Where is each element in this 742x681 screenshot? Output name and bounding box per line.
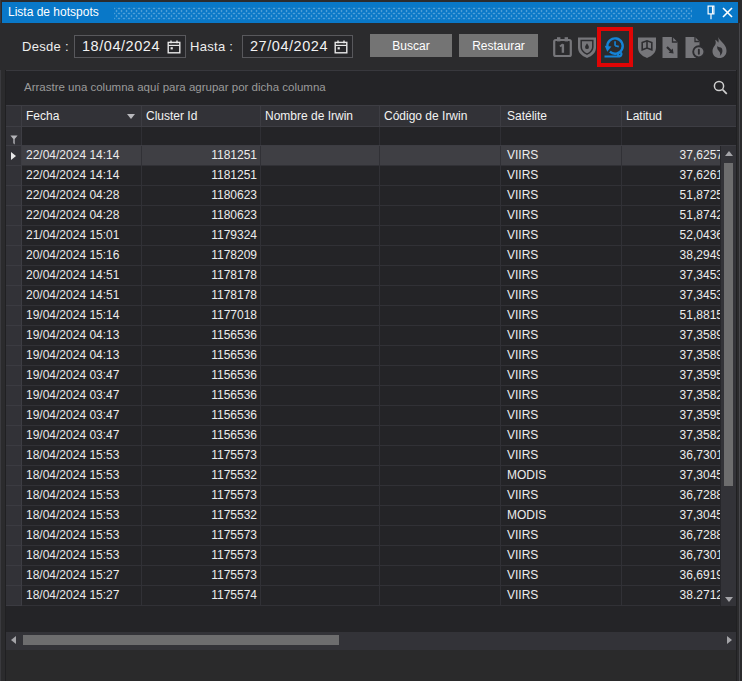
cell-codigo[interactable] [380, 406, 501, 426]
cell-latitud[interactable]: 37,3582 [622, 426, 721, 446]
shield-map-icon[interactable] [635, 35, 659, 59]
cell-satelite[interactable]: VIIRS [501, 226, 622, 246]
cell-satelite[interactable]: VIIRS [501, 206, 622, 226]
cell-latitud[interactable]: 37,6261 [622, 166, 721, 186]
grid-row[interactable]: 18/04/2024 15:531175532MODIS37,3045 [6, 506, 736, 526]
cell-fecha[interactable]: 18/04/2024 15:53 [22, 466, 142, 486]
cell-satelite[interactable]: VIIRS [501, 186, 622, 206]
flame-icon[interactable] [707, 35, 731, 59]
cell-codigo[interactable] [380, 506, 501, 526]
grid-row[interactable]: 22/04/2024 14:141181251VIIRS37,6261 [6, 166, 736, 186]
shield-drop-icon[interactable] [575, 35, 599, 59]
cell-cluster-id[interactable]: 1178178 [142, 266, 261, 286]
column-header-sat-lite[interactable]: Satélite [501, 106, 622, 126]
cell-satelite[interactable]: VIIRS [501, 566, 622, 586]
grid-row[interactable]: 18/04/2024 15:531175573VIIRS36,7301 [6, 446, 736, 466]
cell-cluster-id[interactable]: 1180623 [142, 206, 261, 226]
cell-cluster-id[interactable]: 1156536 [142, 366, 261, 386]
cell-fecha[interactable]: 18/04/2024 15:53 [22, 506, 142, 526]
scroll-right-icon[interactable] [722, 632, 736, 647]
grid-row[interactable]: 19/04/2024 15:141177018VIIRS51,8815 [6, 306, 736, 326]
horizontal-scrollbar-thumb[interactable] [23, 635, 339, 645]
cell-codigo[interactable] [380, 546, 501, 566]
cell-nombre[interactable] [261, 446, 380, 466]
cell-fecha[interactable]: 18/04/2024 15:53 [22, 486, 142, 506]
cell-nombre[interactable] [261, 566, 380, 586]
cell-latitud[interactable]: 37,3595 [622, 366, 721, 386]
cell-satelite[interactable]: VIIRS [501, 366, 622, 386]
cell-latitud[interactable]: 36,7301 [622, 446, 721, 466]
cell-latitud[interactable]: 36,7288 [622, 526, 721, 546]
cell-nombre[interactable] [261, 386, 380, 406]
calendar-icon[interactable] [334, 40, 348, 58]
cell-cluster-id[interactable]: 1175532 [142, 466, 261, 486]
cell-codigo[interactable] [380, 266, 501, 286]
cell-latitud[interactable]: 36,7301 [622, 546, 721, 566]
cell-satelite[interactable]: VIIRS [501, 526, 622, 546]
cell-satelite[interactable]: VIIRS [501, 386, 622, 406]
cell-codigo[interactable] [380, 166, 501, 186]
cell-nombre[interactable] [261, 486, 380, 506]
cell-latitud[interactable]: 38,2949 [622, 246, 721, 266]
search-icon[interactable] [712, 79, 729, 96]
cell-nombre[interactable] [261, 466, 380, 486]
cell-latitud[interactable]: 37,3595 [622, 406, 721, 426]
buscar-button[interactable]: Buscar [370, 34, 452, 57]
cell-codigo[interactable] [380, 306, 501, 326]
cell-codigo[interactable] [380, 146, 501, 166]
cell-latitud[interactable]: 37,3589 [622, 346, 721, 366]
grid-row[interactable]: 19/04/2024 03:471156536VIIRS37,3582 [6, 386, 736, 406]
cell-codigo[interactable] [380, 246, 501, 266]
cell-latitud[interactable]: 37,6257 [622, 146, 721, 166]
cell-latitud[interactable]: 37,3045 [622, 466, 721, 486]
cell-fecha[interactable]: 20/04/2024 14:51 [22, 286, 142, 306]
cell-cluster-id[interactable]: 1156536 [142, 326, 261, 346]
cell-latitud[interactable]: 52,0436 [622, 226, 721, 246]
grid-row[interactable]: 20/04/2024 14:511178178VIIRS37,3453 [6, 266, 736, 286]
cell-cluster-id[interactable]: 1181251 [142, 146, 261, 166]
grid-row[interactable]: 18/04/2024 15:531175573VIIRS36,7301 [6, 546, 736, 566]
column-header-c-digo-de-irwin[interactable]: Código de Irwin [380, 106, 501, 126]
cell-fecha[interactable]: 20/04/2024 15:16 [22, 246, 142, 266]
cell-cluster-id[interactable]: 1179324 [142, 226, 261, 246]
cell-latitud[interactable]: 38.2712 [622, 586, 721, 606]
cell-fecha[interactable]: 18/04/2024 15:53 [22, 546, 142, 566]
grid-row[interactable]: 20/04/2024 15:161178209VIIRS38,2949 [6, 246, 736, 266]
cell-cluster-id[interactable]: 1178178 [142, 286, 261, 306]
cell-latitud[interactable]: 51,8815 [622, 306, 721, 326]
grid-row[interactable]: 18/04/2024 15:531175573VIIRS36,7288 [6, 486, 736, 506]
cell-nombre[interactable] [261, 326, 380, 346]
cell-nombre[interactable] [261, 586, 380, 606]
restaurar-button[interactable]: Restaurar [459, 34, 538, 57]
filter-cell[interactable] [380, 127, 501, 145]
cell-satelite[interactable]: VIIRS [501, 166, 622, 186]
grid-row[interactable]: 18/04/2024 15:531175532MODIS37,3045 [6, 466, 736, 486]
cell-fecha[interactable]: 19/04/2024 04:13 [22, 326, 142, 346]
cell-latitud[interactable]: 37,3453 [622, 286, 721, 306]
cell-satelite[interactable]: VIIRS [501, 346, 622, 366]
cell-codigo[interactable] [380, 326, 501, 346]
cell-nombre[interactable] [261, 206, 380, 226]
cell-fecha[interactable]: 18/04/2024 15:53 [22, 446, 142, 466]
filter-cell[interactable] [261, 127, 380, 145]
cell-nombre[interactable] [261, 506, 380, 526]
cell-codigo[interactable] [380, 526, 501, 546]
cell-fecha[interactable]: 19/04/2024 15:14 [22, 306, 142, 326]
cell-latitud[interactable]: 51,8742 [622, 206, 721, 226]
cell-cluster-id[interactable]: 1175573 [142, 566, 261, 586]
cell-satelite[interactable]: VIIRS [501, 546, 622, 566]
cell-satelite[interactable]: VIIRS [501, 406, 622, 426]
cell-codigo[interactable] [380, 346, 501, 366]
cell-cluster-id[interactable]: 1156536 [142, 426, 261, 446]
cell-codigo[interactable] [380, 226, 501, 246]
grid-row[interactable]: 19/04/2024 04:131156536VIIRS37,3589 [6, 326, 736, 346]
cell-cluster-id[interactable]: 1156536 [142, 386, 261, 406]
grid-row[interactable]: 22/04/2024 04:281180623VIIRS51,8742 [6, 206, 736, 226]
cell-satelite[interactable]: MODIS [501, 506, 622, 526]
cell-cluster-id[interactable]: 1175573 [142, 486, 261, 506]
grid-row[interactable]: 19/04/2024 03:471156536VIIRS37,3595 [6, 366, 736, 386]
cell-cluster-id[interactable]: 1177018 [142, 306, 261, 326]
cell-nombre[interactable] [261, 426, 380, 446]
cell-nombre[interactable] [261, 226, 380, 246]
cell-fecha[interactable]: 22/04/2024 04:28 [22, 206, 142, 226]
